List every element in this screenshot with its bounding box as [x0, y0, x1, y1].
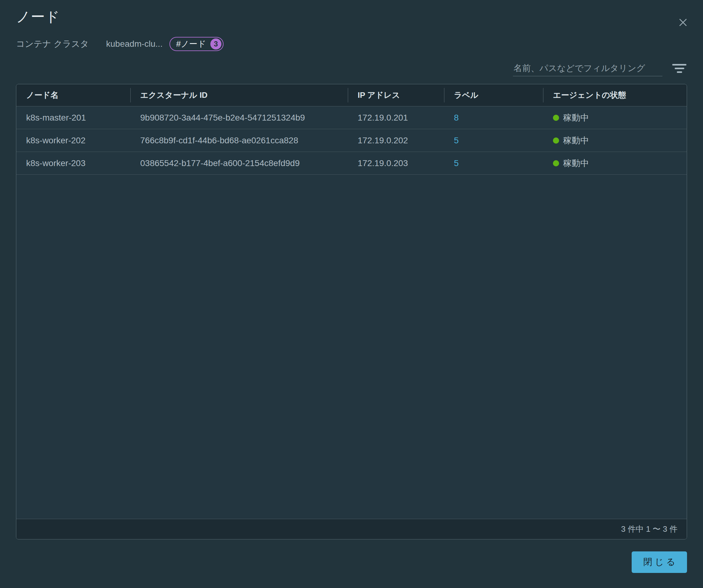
ip-address-cell: 172.19.0.202: [348, 136, 444, 145]
close-button[interactable]: 閉じる: [632, 552, 687, 573]
labels-count-link[interactable]: 5: [454, 136, 459, 145]
x-icon: [678, 17, 688, 28]
node-count-badge-value: 3: [210, 39, 221, 50]
external-id-cell: 03865542-b177-4bef-a600-2154c8efd9d9: [131, 158, 348, 168]
node-name-cell: k8s-master-201: [16, 113, 131, 123]
column-header-node-name: ノード名: [16, 84, 131, 106]
status-label: 稼動中: [563, 112, 589, 124]
table-row: k8s-master-201 9b908720-3a44-475e-b2e4-5…: [16, 106, 687, 129]
node-count-badge: #ノード 3: [169, 37, 224, 51]
table-row: k8s-worker-203 03865542-b177-4bef-a600-2…: [16, 152, 687, 175]
filter-icon[interactable]: [672, 61, 687, 75]
ip-address-cell: 172.19.0.203: [348, 158, 444, 168]
table-header-row: ノード名 エクスターナル ID IP アドレス ラベル エージェントの状態: [16, 84, 687, 106]
external-id-cell: 9b908720-3a44-475e-b2e4-5471251324b9: [131, 113, 348, 123]
labels-count-link[interactable]: 8: [454, 113, 459, 123]
node-count-badge-label: #ノード: [176, 39, 206, 50]
column-header-external-id: エクスターナル ID: [131, 84, 348, 106]
cluster-name: kubeadm-clu...: [106, 39, 163, 49]
page-title: ノード: [16, 7, 60, 26]
status-dot-icon: [553, 160, 559, 166]
column-header-labels: ラベル: [444, 84, 543, 106]
column-header-ip-address: IP アドレス: [348, 84, 444, 106]
table-row: k8s-worker-202 766c8b9f-cd1f-44b6-bd68-a…: [16, 129, 687, 152]
cluster-type-label: コンテナ クラスタ: [16, 38, 89, 50]
status-dot-icon: [553, 138, 559, 144]
status-label: 稼動中: [563, 135, 589, 146]
agent-status-cell: 稼動中: [543, 157, 687, 169]
status-dot-icon: [553, 115, 559, 121]
table-empty-area: [16, 175, 687, 519]
nodes-table: ノード名 エクスターナル ID IP アドレス ラベル エージェントの状態 k8…: [16, 84, 687, 539]
ip-address-cell: 172.19.0.201: [348, 113, 444, 123]
agent-status-cell: 稼動中: [543, 112, 687, 124]
labels-count-link[interactable]: 5: [454, 158, 459, 168]
table-footer: 3 件中 1 〜 3 件: [16, 519, 687, 539]
external-id-cell: 766c8b9f-cd1f-44b6-bd68-ae0261cca828: [131, 136, 348, 145]
node-name-cell: k8s-worker-203: [16, 158, 131, 168]
node-name-cell: k8s-worker-202: [16, 136, 131, 145]
breadcrumb: コンテナ クラスタ kubeadm-clu... #ノード 3: [16, 36, 224, 52]
pagination-summary: 3 件中 1 〜 3 件: [621, 524, 678, 534]
filter-bar: [513, 60, 687, 76]
filter-input[interactable]: [513, 60, 662, 76]
status-label: 稼動中: [563, 157, 589, 169]
agent-status-cell: 稼動中: [543, 135, 687, 146]
close-icon[interactable]: [676, 15, 690, 29]
column-header-agent-status: エージェントの状態: [543, 84, 687, 106]
